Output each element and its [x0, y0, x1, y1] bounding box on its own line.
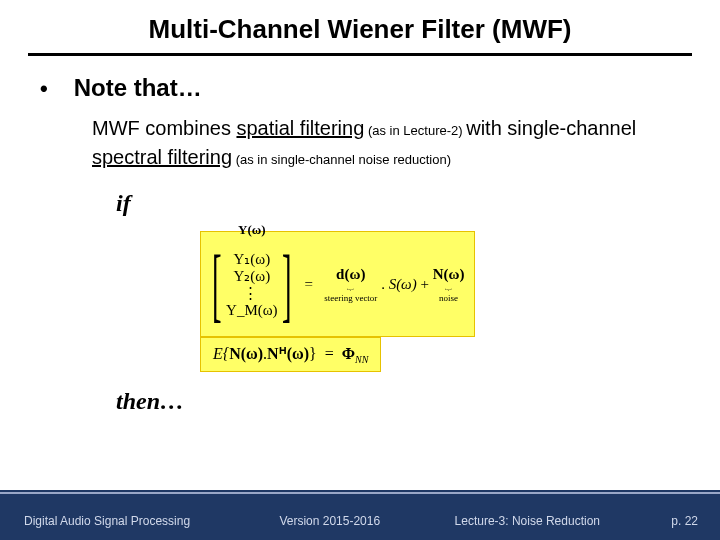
- para-underline-spectral: spectral filtering: [92, 146, 232, 168]
- bracket-left-icon: [: [212, 238, 222, 332]
- eq-plus: +: [420, 275, 428, 291]
- keyword-then: then…: [116, 388, 680, 415]
- para-underline-spatial: spatial filtering: [236, 117, 364, 139]
- eq-y2: Y₂(ω): [233, 268, 270, 284]
- eq-equals2: =: [325, 345, 334, 362]
- eq-d-label: steering vector: [324, 294, 377, 303]
- underbrace-icon: ⏟: [324, 280, 377, 292]
- eq-s: S(ω): [389, 275, 417, 291]
- footer-page: p. 22: [671, 514, 698, 528]
- footer-left: Digital Audio Signal Processing: [24, 514, 190, 528]
- bracket-right-icon: ]: [282, 238, 292, 332]
- eq-dot: .: [381, 275, 385, 291]
- keyword-if: if: [116, 190, 131, 217]
- para-text: MWF combines: [92, 117, 236, 139]
- title-divider: [28, 53, 692, 56]
- eq-N2: Nᴴ(ω): [267, 345, 309, 362]
- slide-footer: Digital Audio Signal Processing Version …: [0, 492, 720, 540]
- eq-dots-icon: ⋮: [243, 285, 260, 301]
- eq-E-open: E{: [213, 345, 229, 362]
- footer-lecture: Lecture-3: Noise Reduction: [455, 514, 600, 528]
- body-paragraph: MWF combines spatial filtering (as in Le…: [92, 114, 680, 172]
- bullet-heading: Note that…: [74, 74, 202, 102]
- para-small-noise: (as in single-channel noise reduction): [232, 152, 451, 167]
- eq-n-label: noise: [433, 294, 465, 303]
- eq-y-head: Y(ω): [238, 222, 266, 238]
- eq-ym: Y_M(ω): [226, 302, 278, 318]
- eq-y1: Y₁(ω): [233, 251, 270, 267]
- underbrace-icon2: ⏟: [433, 280, 465, 292]
- bullet-item: • Note that…: [40, 74, 680, 102]
- eq-E-close: }: [309, 345, 317, 362]
- footer-version: Version 2015-2016: [279, 514, 380, 528]
- para-small-lec2: (as in Lecture-2): [364, 123, 466, 138]
- bullet-dot-icon: •: [40, 76, 48, 102]
- eq-phi-sub: NN: [355, 354, 368, 365]
- para-text2: with single-channel: [466, 117, 636, 139]
- slide-title: Multi-Channel Wiener Filter (MWF): [0, 0, 720, 53]
- equation-model: Y(ω) [ Y₁(ω) Y₂(ω) ⋮ Y_M(ω) ] = d(ω) ⏟ s…: [200, 231, 475, 337]
- equation-noise-cov: E{N(ω).Nᴴ(ω)} = ΦNN: [200, 337, 381, 372]
- eq-N1: N(ω): [229, 345, 263, 362]
- eq-phi: Φ: [342, 345, 355, 362]
- eq-equals: =: [304, 275, 312, 291]
